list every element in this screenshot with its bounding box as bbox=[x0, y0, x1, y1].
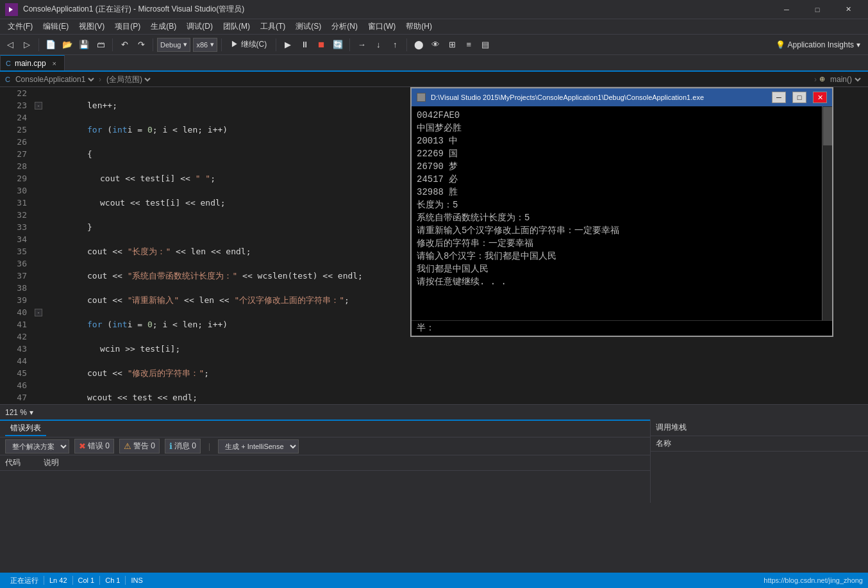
vs-logo bbox=[5, 3, 18, 16]
separator-build: | bbox=[208, 442, 210, 451]
console-output: 0042FAE0 中国梦必胜 20013 中 22269 国 26790 梦 2… bbox=[417, 109, 827, 288]
build-filter-dropdown[interactable]: 生成 + IntelliSense bbox=[218, 439, 299, 453]
maximize-button[interactable]: □ bbox=[803, 0, 832, 19]
col-header-code: 代码 bbox=[5, 457, 44, 468]
menu-bar: 文件(F) 编辑(E) 视图(V) 项目(P) 生成(B) 调试(D) 团队(M… bbox=[0, 19, 868, 35]
cpp-file-icon: C bbox=[6, 60, 11, 67]
app-insights-button[interactable]: 💡 Application Insights ▾ bbox=[771, 39, 865, 51]
menu-debug[interactable]: 调试(D) bbox=[181, 20, 218, 33]
undo-button[interactable]: ↶ bbox=[117, 37, 132, 53]
menu-team[interactable]: 团队(M) bbox=[218, 20, 255, 33]
window-controls: ─ □ ✕ bbox=[772, 0, 863, 19]
console-line-10: 请重新输入5个汉字修改上面的字符串：一定要幸福 bbox=[417, 224, 817, 237]
continue-button[interactable]: ▶ 继续(C) bbox=[226, 37, 272, 53]
console-title: D:\Visual Studio 2015\MyProjects\Console… bbox=[431, 94, 765, 101]
tab-close-button[interactable]: × bbox=[50, 59, 59, 68]
console-maximize-button[interactable]: □ bbox=[792, 92, 806, 103]
platform-dropdown[interactable]: x86 ▾ bbox=[193, 38, 217, 52]
console-line-5: 26790 梦 bbox=[417, 160, 817, 173]
menu-project[interactable]: 项目(P) bbox=[110, 20, 146, 33]
lightbulb-icon: 💡 bbox=[776, 40, 785, 49]
solution-scope-dropdown[interactable]: 整个解决方案 bbox=[5, 439, 69, 453]
menu-test[interactable]: 测试(S) bbox=[290, 20, 326, 33]
editor-area: 22 23 24 25 26 27 28 29 30 31 32 33 34 3… bbox=[0, 87, 868, 404]
menu-tools[interactable]: 工具(T) bbox=[255, 20, 290, 33]
console-close-button[interactable]: ✕ bbox=[813, 92, 827, 103]
callstack-header: 调用堆栈 bbox=[651, 420, 868, 436]
console-line-13: 我们都是中国人民 bbox=[417, 263, 817, 275]
stop-button[interactable]: ⏹ bbox=[313, 37, 329, 53]
collapse-23[interactable]: - bbox=[35, 102, 42, 110]
pause-button[interactable]: ⏸ bbox=[297, 37, 312, 53]
debug-config-dropdown[interactable]: Debug ▾ bbox=[157, 38, 190, 52]
callstack-col-header: 名称 bbox=[651, 436, 868, 452]
console-line-12: 请输入8个汉字：我们都是中国人民 bbox=[417, 250, 817, 263]
console-scroll-thumb[interactable] bbox=[823, 107, 832, 145]
error-list-tab[interactable]: 错误列表 bbox=[5, 421, 46, 436]
separator-2 bbox=[112, 38, 113, 51]
scope-nav-dropdown[interactable]: (全局范围) bbox=[104, 74, 153, 85]
new-project-button[interactable]: 📄 bbox=[43, 37, 58, 53]
step-into-button[interactable]: ↓ bbox=[371, 37, 386, 53]
error-count-badge[interactable]: ✖ 错误 0 bbox=[74, 439, 114, 453]
output-button[interactable]: ▤ bbox=[478, 37, 493, 53]
zoom-level: 121 % bbox=[5, 408, 27, 417]
code-line-33: cout << "修改后的字符串："; bbox=[49, 367, 868, 379]
open-file-button[interactable]: 📂 bbox=[60, 37, 75, 53]
save-all-button[interactable]: 🗃 bbox=[93, 37, 108, 53]
step-over-button[interactable]: → bbox=[354, 37, 369, 53]
message-count-badge[interactable]: ℹ 消息 0 bbox=[165, 439, 201, 453]
nav-bar: C ConsoleApplication1 › (全局范围) › ⊕ main(… bbox=[0, 72, 868, 87]
warning-count-badge[interactable]: ⚠ 警告 0 bbox=[119, 439, 160, 453]
separator-7 bbox=[406, 38, 407, 51]
back-button[interactable]: ◁ bbox=[3, 37, 18, 53]
menu-build[interactable]: 生成(B) bbox=[146, 20, 181, 33]
console-window[interactable]: D:\Visual Studio 2015\MyProjects\Console… bbox=[410, 87, 833, 337]
app-title: ConsoleApplication1 (正在运行) - Microsoft V… bbox=[23, 4, 244, 15]
status-ins: INS bbox=[126, 576, 147, 584]
console-line-11: 修改后的字符串：一定要幸福 bbox=[417, 237, 817, 250]
separator-1 bbox=[38, 38, 39, 51]
step-out-button[interactable]: ↑ bbox=[387, 37, 403, 53]
menu-analyze[interactable]: 分析(N) bbox=[326, 20, 363, 33]
menu-help[interactable]: 帮助(H) bbox=[401, 20, 437, 33]
zoom-dropdown-icon[interactable]: ▾ bbox=[29, 408, 33, 417]
minimize-button[interactable]: ─ bbox=[772, 0, 801, 19]
console-minimize-button[interactable]: ─ bbox=[772, 92, 786, 103]
locals-button[interactable]: ⊞ bbox=[444, 37, 460, 53]
console-icon bbox=[417, 93, 426, 102]
collapse-gutter: - - bbox=[32, 87, 44, 404]
line-numbers: 22 23 24 25 26 27 28 29 30 31 32 33 34 3… bbox=[0, 87, 32, 404]
console-line-8: 长度为：5 bbox=[417, 199, 817, 211]
separator-3 bbox=[153, 38, 153, 51]
close-button[interactable]: ✕ bbox=[833, 0, 863, 19]
menu-view[interactable]: 视图(V) bbox=[74, 20, 110, 33]
breakpoint-button[interactable]: ⬤ bbox=[411, 37, 426, 53]
col-header-desc: 说明 bbox=[44, 457, 655, 468]
callstack-btn[interactable]: ≡ bbox=[461, 37, 476, 53]
status-bar: 正在运行 Ln 42 Col 1 Ch 1 INS https://blog.c… bbox=[0, 573, 868, 588]
watch-button[interactable]: 👁 bbox=[428, 37, 443, 53]
console-line-9: 系统自带函数统计长度为：5 bbox=[417, 211, 817, 224]
restart-button[interactable]: 🔄 bbox=[330, 37, 346, 53]
menu-file[interactable]: 文件(F) bbox=[3, 20, 38, 33]
tab-main-cpp[interactable]: C main.cpp × bbox=[0, 55, 65, 70]
start-button[interactable]: ▶ bbox=[280, 37, 296, 53]
redo-button[interactable]: ↷ bbox=[133, 37, 149, 53]
menu-window[interactable]: 窗口(W) bbox=[363, 20, 401, 33]
separator-4 bbox=[221, 38, 222, 51]
status-running: 正在运行 bbox=[5, 576, 44, 585]
save-button[interactable]: 💾 bbox=[76, 37, 92, 53]
cpp-nav-icon: C bbox=[5, 76, 10, 83]
project-nav-dropdown[interactable]: ConsoleApplication1 bbox=[13, 74, 96, 85]
error-icon: ✖ bbox=[79, 441, 86, 451]
console-line-1: 0042FAE0 bbox=[417, 109, 817, 122]
function-nav-dropdown[interactable]: main() bbox=[828, 74, 863, 85]
collapse-40[interactable]: - bbox=[35, 309, 42, 316]
title-bar: ConsoleApplication1 (正在运行) - Microsoft V… bbox=[0, 0, 868, 19]
menu-edit[interactable]: 编辑(E) bbox=[38, 20, 74, 33]
tab-bar: C main.cpp × bbox=[0, 55, 868, 72]
console-scrollbar[interactable] bbox=[822, 106, 832, 320]
info-icon: ℹ bbox=[169, 441, 172, 451]
forward-button[interactable]: ▷ bbox=[19, 37, 35, 53]
